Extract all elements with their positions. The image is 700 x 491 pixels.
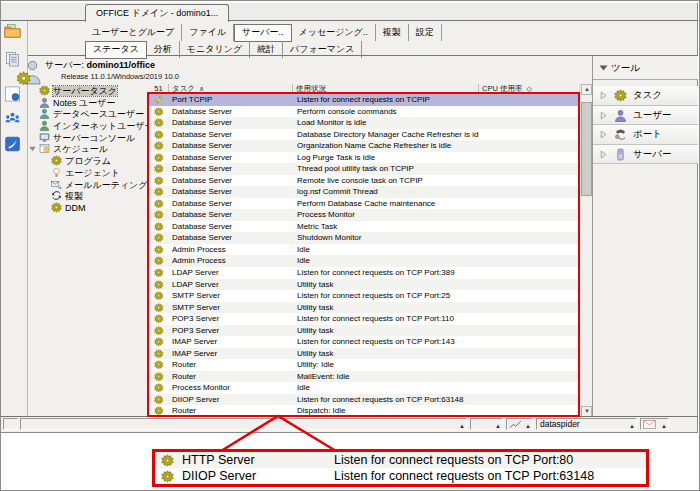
navigator-item[interactable]: インターネットユーザー <box>28 120 147 132</box>
navigator-item[interactable]: DDM <box>28 202 147 214</box>
task-row[interactable]: Router MailEvent: Idle <box>149 371 578 383</box>
task-name-cell: Database Server <box>169 117 293 129</box>
task-gear-icon <box>154 199 164 209</box>
sub-tab[interactable]: モニタリング <box>180 41 250 58</box>
navigator-item[interactable]: エージェント <box>28 167 147 179</box>
navigator-item-label: データベースユーザー <box>53 109 144 119</box>
task-count-header[interactable]: 51 <box>149 84 169 94</box>
task-icon-cell <box>149 348 169 360</box>
people-icon[interactable] <box>4 111 21 127</box>
navigator-item[interactable]: メールルーティング <box>28 179 147 191</box>
status-network-section[interactable]: ▲ <box>506 418 533 430</box>
status-progress-section[interactable]: ▲ <box>470 418 503 430</box>
column-header-cpu[interactable]: CPU 使用率◇ <box>479 84 578 94</box>
task-gear-icon <box>154 187 164 197</box>
task-row[interactable]: Port TCPIP Listen for connect requests o… <box>149 94 578 106</box>
task-cpu-cell <box>479 140 578 152</box>
task-row[interactable]: IMAP Server Listen for connect requests … <box>149 336 578 348</box>
tools-panel-item[interactable]: タスク <box>593 86 698 106</box>
task-row[interactable]: Database Server Remote live console task… <box>149 175 578 187</box>
task-usage-cell: Listen for connect requests on TCP Port:… <box>293 313 479 325</box>
chevron-right-icon[interactable] <box>600 130 607 139</box>
sub-tab[interactable]: 分析 <box>147 41 180 58</box>
status-mail-section[interactable]: ▲ <box>640 418 669 430</box>
sub-tab[interactable]: ステータス <box>85 41 147 59</box>
task-cpu-cell <box>479 175 578 187</box>
task-usage-cell: MailEvent: Idle <box>293 371 479 383</box>
task-row[interactable]: Database Server Perform Database Cache m… <box>149 198 578 210</box>
task-row[interactable]: Admin Process Idle <box>149 244 578 256</box>
task-row[interactable]: LDAP Server Listen for connect requests … <box>149 267 578 279</box>
window-task-tab[interactable]: OFFICE ドメイン - domino1... <box>85 4 229 22</box>
task-table: Port TCPIP Listen for connect requests o… <box>149 94 578 417</box>
navigator-item[interactable]: スケジュール <box>28 143 147 155</box>
task-cpu-cell <box>479 129 578 141</box>
status-location-section[interactable]: dataspider▲ <box>536 418 637 430</box>
sub-tab-bar: ステータス分析モニタリング統計パフォーマンス <box>28 38 697 56</box>
navigator-item[interactable]: プログラム <box>28 155 147 167</box>
task-row[interactable]: Database Server Metric Task <box>149 221 578 233</box>
task-row[interactable]: SMTP Server Utility task <box>149 302 578 314</box>
task-row[interactable]: LDAP Server Utility task <box>149 279 578 291</box>
task-name-cell: LDAP Server <box>169 279 293 291</box>
task-usage-cell: Utility task <box>293 302 479 314</box>
tools-panel-header[interactable]: ツール <box>593 56 698 80</box>
tools-panel-item[interactable]: サーバー <box>593 145 698 165</box>
sub-tab[interactable]: パフォーマンス <box>283 41 362 58</box>
task-usage-cell: Utility task <box>293 279 479 291</box>
task-usage-cell: Thread pool utility task on TCPIP <box>293 163 479 175</box>
scroll-up-button[interactable]: ▲ <box>581 84 592 95</box>
tools-panel-item[interactable]: ポート <box>593 125 698 145</box>
task-usage-cell: Listen for connect requests on TCP Port:… <box>293 267 479 279</box>
navigator-item[interactable]: サーバータスク <box>28 85 147 97</box>
task-row[interactable]: DIIOP Server Listen for connect requests… <box>149 394 578 406</box>
navigator-item[interactable]: Notes ユーザー <box>28 97 147 109</box>
task-row[interactable]: Database Server Log Purge Task is idle <box>149 152 578 164</box>
task-row[interactable]: Router Utility: Idle <box>149 359 578 371</box>
task-row[interactable]: Database Server Thread pool utility task… <box>149 163 578 175</box>
task-row[interactable]: Database Server Process Monitor <box>149 209 578 221</box>
status-message-section[interactable]: ▲ <box>20 418 467 430</box>
task-row[interactable]: Database Server Perform console commands <box>149 106 578 118</box>
chevron-right-icon[interactable] <box>600 111 607 120</box>
task-gear-icon <box>154 337 164 347</box>
task-cpu-cell <box>479 94 578 106</box>
task-usage-cell: Listen for connect requests on TCP Port:… <box>293 394 479 406</box>
navigator-item[interactable]: データベースユーザー <box>28 108 147 120</box>
scrollbar-thumb[interactable] <box>581 102 592 196</box>
navigator-item[interactable]: 複製 <box>28 190 147 202</box>
task-row[interactable]: Database Server Load Monitor is idle <box>149 117 578 129</box>
chevron-right-icon[interactable] <box>600 150 607 159</box>
task-row[interactable]: Database Server log.nsf Commit Thread <box>149 186 578 198</box>
server-console-icon <box>39 132 50 143</box>
main-tab-label: ユーザーとグループ <box>92 27 174 37</box>
task-row[interactable]: Database Server Shutdown Monitor <box>149 232 578 244</box>
task-row[interactable]: Database Server Organization Name Cache … <box>149 140 578 152</box>
task-row[interactable]: POP3 Server Utility task <box>149 325 578 337</box>
navigator-item[interactable]: サーバーコンソール <box>28 132 147 144</box>
workspace-icon[interactable] <box>4 86 21 102</box>
task-row[interactable]: POP3 Server Listen for connect requests … <box>149 313 578 325</box>
open-folder-icon[interactable] <box>4 23 21 39</box>
chevron-right-icon[interactable] <box>600 91 607 100</box>
sub-tab-label: パフォーマンス <box>290 44 354 54</box>
task-row[interactable]: IMAP Server Utility task <box>149 348 578 360</box>
column-header-usage[interactable]: 使用状況 <box>293 84 479 94</box>
column-header-task[interactable]: タスク∧ <box>169 84 293 94</box>
sub-tab[interactable]: 統計 <box>250 41 283 58</box>
task-row[interactable]: Database Server Database Directory Manag… <box>149 129 578 141</box>
task-gear-icon <box>154 349 164 359</box>
task-gear-icon <box>154 245 164 255</box>
task-gear-icon <box>161 470 174 483</box>
tools-panel-item[interactable]: ユーザー <box>593 106 698 126</box>
navigator-pane: サーバータスク Notes ユーザー データベースユーザー インターネットユーザ… <box>28 85 147 417</box>
task-icon-cell <box>149 371 169 383</box>
task-row[interactable]: Process Monitor Idle <box>149 382 578 394</box>
task-gear-icon <box>154 372 164 382</box>
table-scrollbar[interactable]: ▲ ▼ <box>579 84 592 417</box>
task-row[interactable]: SMTP Server Listen for connect requests … <box>149 290 578 302</box>
bookmark-icon[interactable] <box>4 136 21 152</box>
column-label: 使用状況 <box>296 84 326 93</box>
task-row[interactable]: Admin Process Idle <box>149 255 578 267</box>
tree-expander-down-icon[interactable] <box>29 146 36 152</box>
